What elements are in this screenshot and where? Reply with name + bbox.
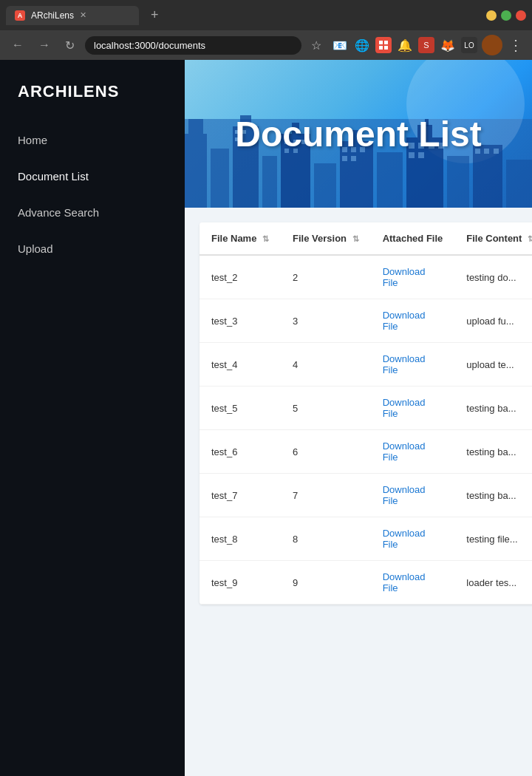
hero-banner: Document List: [185, 60, 532, 208]
documents-table: File Name ⇅ File Version ⇅ Attached File…: [200, 222, 532, 605]
window-controls: [486, 10, 526, 21]
sort-version-icon[interactable]: ⇅: [352, 234, 359, 243]
tab-title: ARchiLens: [31, 10, 74, 21]
minimize-button[interactable]: [486, 10, 497, 21]
ext3-icon[interactable]: [375, 37, 392, 53]
cell-filename: test_6: [200, 430, 281, 474]
cell-version: 8: [281, 517, 371, 561]
svg-rect-10: [262, 156, 277, 208]
cell-filename: test_8: [200, 517, 281, 561]
cell-attached[interactable]: Download File: [371, 299, 455, 343]
table-body: test_2 2 Download File testing do... tes…: [200, 255, 532, 605]
menu-icon[interactable]: ⋮: [507, 36, 525, 54]
browser-chrome: A ARchiLens ✕ + ← → ↻ ☆ 📧 🌐 🔔 S 🦊 LO: [0, 0, 532, 60]
cell-version: 3: [281, 299, 371, 343]
cell-filename: test_7: [200, 474, 281, 517]
col-header-version[interactable]: File Version ⇅: [281, 222, 371, 255]
cell-attached[interactable]: Download File: [371, 387, 455, 430]
extensions-icon[interactable]: 📧: [331, 36, 349, 54]
download-link[interactable]: Download File: [383, 484, 426, 506]
cell-version: 4: [281, 343, 371, 387]
cell-content: testing ba...: [454, 387, 532, 430]
cell-content: testing ba...: [454, 474, 532, 517]
cell-attached[interactable]: Download File: [371, 517, 455, 561]
maximize-button[interactable]: [501, 10, 511, 21]
table-row: test_8 8 Download File testing file...: [200, 517, 532, 561]
browser-toolbar-icons: 📧 🌐 🔔 S 🦊 LO ⋮: [331, 35, 525, 55]
app-container: ARCHILENS Home Document List Advance Sea…: [0, 60, 532, 776]
sidebar-item-upload[interactable]: Upload: [0, 232, 185, 265]
cell-attached[interactable]: Download File: [371, 343, 455, 387]
download-link[interactable]: Download File: [383, 266, 426, 288]
profile-icon[interactable]: [482, 35, 502, 55]
sidebar-item-document-list[interactable]: Document List: [0, 160, 185, 193]
sidebar-nav: Home Document List Advance Search Upload: [0, 123, 185, 265]
ext2-icon[interactable]: 🌐: [353, 36, 371, 54]
ext6-icon[interactable]: 🦊: [439, 36, 457, 54]
table-row: test_5 5 Download File testing ba...: [200, 387, 532, 430]
cell-filename: test_5: [200, 387, 281, 430]
svg-rect-7: [211, 149, 229, 208]
svg-rect-16: [377, 152, 403, 208]
address-input[interactable]: [85, 36, 301, 55]
svg-rect-2: [379, 46, 383, 50]
table-row: test_4 4 Download File upload te...: [200, 343, 532, 387]
svg-rect-35: [351, 156, 356, 161]
svg-rect-34: [342, 156, 347, 161]
download-link[interactable]: Download File: [383, 397, 426, 419]
active-tab[interactable]: A ARchiLens ✕: [6, 6, 139, 25]
ext5-icon[interactable]: S: [418, 37, 434, 53]
cell-attached[interactable]: Download File: [371, 561, 455, 605]
svg-rect-21: [473, 145, 502, 208]
cell-content: testing file...: [454, 517, 532, 561]
download-link[interactable]: Download File: [383, 310, 426, 332]
close-button[interactable]: [516, 10, 526, 21]
main-content: Document List File Name ⇅ File Version ⇅: [185, 60, 532, 776]
table-row: test_7 7 Download File testing ba...: [200, 474, 532, 517]
table-row: test_3 3 Download File upload fu...: [200, 299, 532, 343]
cell-attached[interactable]: Download File: [371, 255, 455, 299]
cell-filename: test_9: [200, 561, 281, 605]
cell-attached[interactable]: Download File: [371, 430, 455, 474]
cell-version: 9: [281, 561, 371, 605]
table-header: File Name ⇅ File Version ⇅ Attached File…: [200, 222, 532, 255]
svg-rect-5: [185, 134, 207, 208]
address-bar: ← → ↻ ☆ 📧 🌐 🔔 S 🦊 LO ⋮: [0, 30, 532, 60]
svg-rect-6: [188, 119, 203, 134]
cell-version: 5: [281, 387, 371, 430]
ext7-icon[interactable]: LO: [461, 37, 477, 53]
svg-rect-22: [506, 160, 532, 208]
svg-rect-20: [447, 156, 469, 208]
download-link[interactable]: Download File: [383, 440, 426, 463]
new-tab-button[interactable]: +: [145, 4, 165, 26]
sidebar: ARCHILENS Home Document List Advance Sea…: [0, 60, 185, 776]
title-bar: A ARchiLens ✕ +: [0, 0, 532, 30]
download-link[interactable]: Download File: [383, 571, 426, 593]
col-header-content[interactable]: File Content ⇅: [454, 222, 532, 255]
star-icon[interactable]: ☆: [307, 36, 325, 54]
sidebar-item-home[interactable]: Home: [0, 123, 185, 157]
download-link[interactable]: Download File: [383, 353, 426, 375]
forward-button[interactable]: →: [34, 37, 55, 53]
cell-filename: test_3: [200, 299, 281, 343]
svg-rect-44: [494, 149, 499, 154]
table-section: File Name ⇅ File Version ⇅ Attached File…: [185, 208, 532, 776]
sort-content-icon[interactable]: ⇅: [528, 234, 532, 243]
cell-content: loader tes...: [454, 561, 532, 605]
cell-filename: test_2: [200, 255, 281, 299]
table-row: test_9 9 Download File loader tes...: [200, 561, 532, 605]
cell-version: 6: [281, 430, 371, 474]
col-header-filename[interactable]: File Name ⇅: [200, 222, 281, 255]
ext4-icon[interactable]: 🔔: [396, 36, 414, 54]
cell-attached[interactable]: Download File: [371, 474, 455, 517]
sort-filename-icon[interactable]: ⇅: [262, 234, 269, 243]
tab-close-button[interactable]: ✕: [80, 10, 86, 20]
download-link[interactable]: Download File: [383, 528, 426, 550]
back-button[interactable]: ←: [7, 37, 28, 53]
svg-rect-3: [384, 46, 388, 50]
cell-content: upload fu...: [454, 299, 532, 343]
svg-rect-0: [379, 41, 383, 44]
refresh-button[interactable]: ↻: [61, 37, 79, 54]
sidebar-item-advance-search[interactable]: Advance Search: [0, 196, 185, 229]
cell-content: testing ba...: [454, 430, 532, 474]
